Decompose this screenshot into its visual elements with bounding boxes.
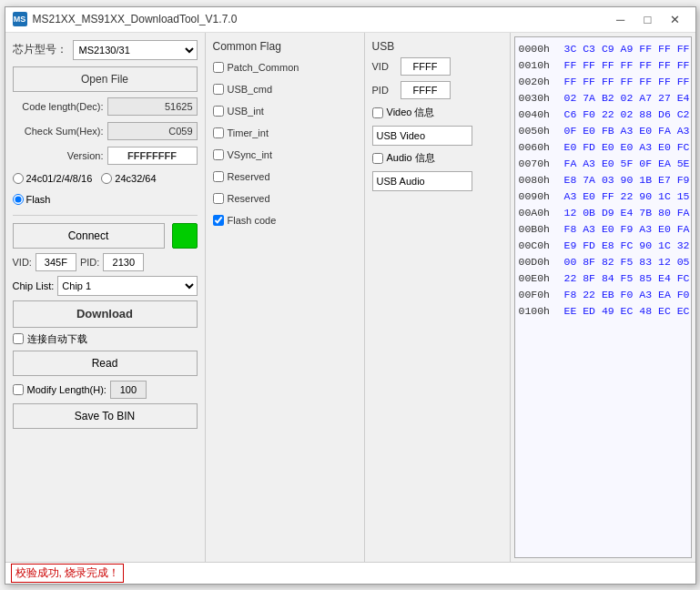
flag-usb-int[interactable]: USB_int: [213, 102, 357, 120]
vid-pid-row: VID: 345F PID: 2130: [13, 253, 198, 271]
flash-radio-group: Flash: [13, 194, 198, 205]
open-file-button[interactable]: Open File: [13, 66, 198, 92]
status-bar: 校验成功, 烧录完成！: [5, 562, 695, 584]
usb-vid-label: VID: [372, 61, 395, 72]
flag-flash-code[interactable]: Flash code: [213, 211, 357, 229]
app-icon: MS: [13, 12, 27, 26]
hex-line: 0080h E8 7A 03 90 1B E7 F9 F8 E0 FC A3 E…: [519, 172, 687, 188]
chip-row: 芯片型号： MS2130/31: [13, 40, 198, 60]
pid-label: PID:: [80, 257, 99, 268]
code-length-row: Code length(Dec): 51625: [13, 97, 198, 117]
usb-audio-input[interactable]: USB Audio: [372, 171, 472, 191]
video-info-checkbox[interactable]: Video 信息: [372, 104, 502, 122]
connection-indicator: [172, 223, 198, 249]
content-area: 芯片型号： MS2130/31 Open File Code length(De…: [5, 33, 695, 562]
hex-line: 0040h C6 F0 22 02 88 D6 C2 00 02 AB 19 0…: [519, 107, 687, 123]
status-text: 校验成功, 烧录完成！: [11, 564, 125, 583]
common-flag-panel: Common Flag Patch_Common USB_cmd USB_int…: [206, 33, 365, 562]
hex-line: 0100h EE ED 49 EC 48 EC EC 22 90 00 E0 C…: [519, 303, 687, 320]
modify-length-value: 100: [110, 381, 147, 399]
modify-length-row: Modify Length(H): 100: [13, 381, 198, 399]
audio-info-checkbox[interactable]: Audio 信息: [372, 149, 502, 168]
video-info-label: Video 信息: [387, 106, 435, 119]
hex-line: 0010h FF FF FF FF FF FF FF FF FF FF FF F…: [519, 57, 687, 74]
modify-length-checkbox[interactable]: [13, 384, 24, 395]
close-button[interactable]: ✕: [663, 10, 688, 28]
usb-pid-label: PID: [372, 85, 395, 96]
flag-vsync-int[interactable]: VSync_int: [213, 146, 357, 164]
check-sum-value: C059: [107, 122, 198, 140]
title-bar: MS MS21XX_MS91XX_DownloadTool_V1.7.0 ─ □…: [5, 7, 695, 33]
radio-24c32[interactable]: 24c32/64: [101, 173, 156, 184]
read-button[interactable]: Read: [13, 351, 198, 376]
left-panel: 芯片型号： MS2130/31 Open File Code length(De…: [5, 33, 206, 562]
flag-reserved-2[interactable]: Reserved: [213, 189, 357, 208]
hex-display[interactable]: 0000h 3C C3 C9 A9 FF FF FF FF 80 00 00 0…: [514, 36, 692, 558]
maximize-button[interactable]: □: [635, 10, 661, 28]
chip-list-select[interactable]: Chip 1: [57, 276, 197, 296]
vid-value: 345F: [36, 253, 76, 271]
hex-line: 00C0h E9 FD E8 FC 90 1C 32 02 09 C7 FF 9…: [519, 238, 687, 254]
window-controls: ─ □ ✕: [608, 10, 688, 28]
hex-line: 0090h A3 E0 FF 22 90 1C 15 E0 FE A3 E0 F…: [519, 188, 687, 205]
vid-label: VID:: [13, 257, 32, 268]
memory-type-radios: 24c01/2/4/8/16 24c32/64: [13, 173, 198, 184]
usb-title: USB: [372, 40, 502, 53]
hex-line: 00F0h F8 22 EB F0 A3 EA F0 A3 E9 F0 22 E…: [519, 287, 687, 303]
save-to-bin-button[interactable]: Save To BIN: [13, 403, 198, 429]
chip-list-row: Chip List: Chip 1: [13, 276, 198, 296]
radio-flash[interactable]: Flash: [13, 194, 51, 205]
hex-line: 00E0h 22 8F 84 F5 85 E4 FC FD FE EB 75 F…: [519, 270, 687, 287]
usb-vid-value: FFFF: [401, 57, 451, 76]
code-length-value: 51625: [107, 97, 198, 116]
hex-line: 0000h 3C C3 C9 A9 FF FF FF FF 80 00 00 0…: [519, 41, 687, 57]
chip-select[interactable]: MS2130/31: [73, 40, 198, 60]
hex-line: 0070h FA A3 E0 5F 0F EA 5E FE E9 5D FD E…: [519, 156, 687, 172]
window-title: MS21XX_MS91XX_DownloadTool_V1.7.0: [33, 13, 608, 25]
connect-row: Connect: [13, 223, 198, 249]
download-button[interactable]: Download: [13, 300, 198, 328]
pid-value: 2130: [103, 253, 144, 271]
connect-button[interactable]: Connect: [13, 223, 165, 249]
usb-pid-value: FFFF: [401, 81, 451, 99]
auto-download-checkbox[interactable]: 连接自动下载: [13, 332, 198, 346]
main-window: MS MS21XX_MS91XX_DownloadTool_V1.7.0 ─ □…: [5, 6, 696, 585]
hex-line: 0050h 0F E0 FB A3 E0 FA A3 E0 F9 22 90 1…: [519, 123, 687, 139]
flag-patch-common[interactable]: Patch_Common: [213, 58, 357, 76]
hex-line: 00B0h F8 A3 E0 F9 A3 E0 FA 22 EB 4F 22 E…: [519, 221, 687, 238]
usb-video-input[interactable]: USB Video: [372, 126, 472, 146]
flag-usb-cmd[interactable]: USB_cmd: [213, 80, 357, 98]
chip-list-label: Chip List:: [13, 280, 55, 291]
check-sum-row: Check Sum(Hex): C059: [13, 121, 198, 141]
flag-timer-int[interactable]: Timer_int: [213, 124, 357, 142]
modify-length-label: Modify Length(H):: [27, 384, 107, 395]
usb-pid-row: PID FFFF: [372, 80, 502, 100]
version-label: Version:: [13, 150, 104, 161]
common-flag-title: Common Flag: [213, 40, 357, 53]
hex-line: 0020h FF FF FF FF FF FF FF FF FF FF FF F…: [519, 74, 687, 90]
hex-display-panel: 0000h 3C C3 C9 A9 FF FF FF FF 80 00 00 0…: [511, 33, 695, 562]
hex-line: 00D0h 00 8F 82 F5 83 12 05 0F FF E4 FC F…: [519, 254, 687, 270]
hex-line: 00A0h 12 0B D9 E4 7B 80 FA F9 F8 12 07 C…: [519, 205, 687, 221]
check-sum-label: Check Sum(Hex):: [13, 126, 104, 137]
version-row: Version: FFFFFFFF: [13, 146, 198, 166]
audio-info-label: Audio 信息: [387, 151, 435, 165]
code-length-label: Code length(Dec):: [13, 101, 104, 112]
radio-24c01[interactable]: 24c01/2/4/8/16: [13, 173, 93, 184]
minimize-button[interactable]: ─: [608, 10, 634, 28]
hex-line: 0060h E0 FD E0 E0 A3 E0 FC A3 E0 F8 A3 E…: [519, 139, 687, 156]
chip-label: 芯片型号：: [13, 42, 67, 57]
usb-panel: USB VID FFFF PID FFFF Video 信息 USB Video…: [365, 33, 511, 562]
hex-line: 0030h 02 7A B2 02 A7 27 E4 FB 02 B6 05 0…: [519, 90, 687, 107]
flag-reserved-1[interactable]: Reserved: [213, 168, 357, 186]
version-value: FFFFFFFF: [107, 147, 198, 165]
usb-vid-row: VID FFFF: [372, 56, 502, 76]
